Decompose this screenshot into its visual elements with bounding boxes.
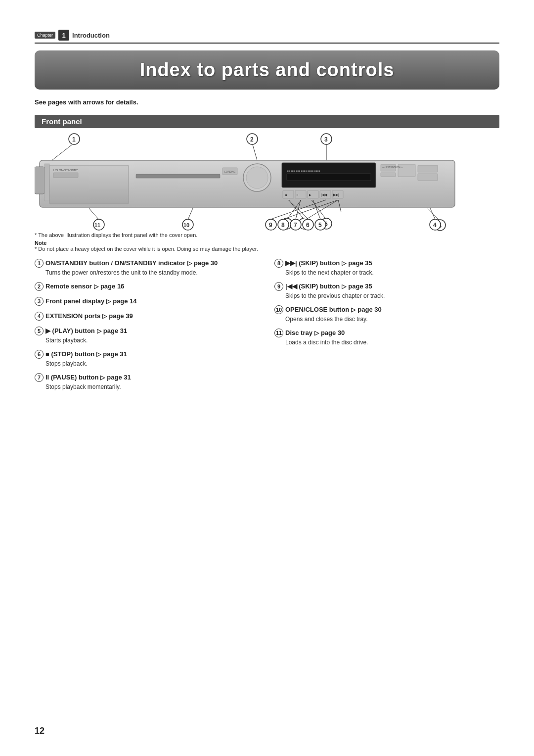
page-number: 12 <box>35 726 44 736</box>
num-circle-5: 5 <box>35 327 44 335</box>
desc-item-4: 4 EXTENSION ports ▷ page 39 <box>35 312 260 321</box>
item8-title: ▶▶| (SKIP) button <box>285 259 340 267</box>
desc-item-8: 8 ▶▶| (SKIP) button ▷ page 35 Skips to t… <box>274 259 499 276</box>
num-circle-10: 10 <box>274 305 283 314</box>
title-banner: Index to parts and controls <box>35 50 499 90</box>
chapter-bar: Chapter 1 Introduction <box>35 30 499 44</box>
item2-page: page 16 <box>100 283 124 290</box>
svg-text:10: 10 <box>183 222 189 228</box>
svg-line-33 <box>252 143 257 160</box>
desc-item-7: 7 II (PAUSE) button ▷ page 31 Stops play… <box>35 373 260 390</box>
item7-page: page 31 <box>107 374 131 381</box>
item5-page: page 31 <box>103 327 127 334</box>
svg-rect-1 <box>35 167 44 194</box>
section-header-label: Front panel <box>42 117 82 126</box>
desc-title-8: 8 ▶▶| (SKIP) button ▷ page 35 <box>274 259 499 268</box>
svg-line-77 <box>430 208 435 219</box>
chapter-label: Chapter <box>35 32 55 39</box>
chapter-number: 1 <box>58 30 69 41</box>
item5-title: ▶ (PLAY) button <box>45 327 95 334</box>
svg-rect-2 <box>44 164 49 201</box>
desc-item-2: 2 Remote sensor ▷ page 16 <box>35 282 260 291</box>
item1-page: page 30 <box>194 259 218 267</box>
item2-title: Remote sensor <box>45 283 92 290</box>
note-label: Note <box>35 240 499 246</box>
item7-title: II (PAUSE) button <box>45 374 98 381</box>
desc-item-6: 6 ■ (STOP) button ▷ page 31 Stops playba… <box>35 350 260 367</box>
item2-arrow: ▷ <box>94 283 98 290</box>
svg-text:9: 9 <box>269 222 272 229</box>
num-circle-8: 8 <box>274 259 283 268</box>
svg-point-10 <box>246 167 268 189</box>
desc-item-11: 11 Disc tray ▷ page 30 Loads a disc into… <box>274 329 499 346</box>
note-detail: * Do not place a heavy object on the cov… <box>35 246 499 252</box>
item9-body: Skips to the previous chapter or track. <box>274 292 499 299</box>
item4-title: EXTENSION ports <box>45 312 100 320</box>
svg-text:5: 5 <box>318 222 322 229</box>
item9-arrow: ▷ <box>342 283 346 290</box>
device-svg: L/N ON/STANDBY LOADING ■■ ■■■ ■■■ ■■■■ ■… <box>35 133 460 232</box>
device-illustration: L/N ON/STANDBY LOADING ■■ ■■■ ■■■ ■■■■ ■… <box>35 133 460 232</box>
item5-arrow: ▷ <box>97 328 101 334</box>
svg-text:4: 4 <box>433 222 437 229</box>
desc-col-left: 1 ON/STANDBY button / ON/STANDBY indicat… <box>35 259 260 396</box>
svg-text:3: 3 <box>324 136 328 143</box>
svg-rect-29 <box>418 174 438 181</box>
desc-title-11: 11 Disc tray ▷ page 30 <box>274 329 499 337</box>
svg-text:▶▶|: ▶▶| <box>333 193 339 197</box>
desc-title-7: 7 II (PAUSE) button ▷ page 31 <box>35 373 260 382</box>
item10-title: OPEN/CLOSE button <box>285 306 349 313</box>
page: Chapter 1 Introduction Index to parts an… <box>0 0 534 756</box>
desc-item-1: 1 ON/STANDBY button / ON/STANDBY indicat… <box>35 259 260 276</box>
item9-page: page 35 <box>348 283 372 290</box>
item8-body: Skips to the next chapter or track. <box>274 269 499 276</box>
num-circle-1: 1 <box>35 259 44 268</box>
desc-title-1: 1 ON/STANDBY button / ON/STANDBY indicat… <box>35 259 260 268</box>
svg-text:2: 2 <box>250 136 254 143</box>
desc-title-6: 6 ■ (STOP) button ▷ page 31 <box>35 350 260 359</box>
item9-title: |◀◀ (SKIP) button <box>285 283 340 290</box>
num-circle-2: 2 <box>35 282 44 291</box>
subtitle: See pages with arrows for details. <box>35 98 499 106</box>
item6-page: page 31 <box>103 350 127 358</box>
desc-item-9: 9 |◀◀ (SKIP) button ▷ page 35 Skips to t… <box>274 282 499 299</box>
section-header-front-panel: Front panel <box>35 115 499 128</box>
num-circle-6: 6 <box>35 350 44 359</box>
svg-text:an EXTENSION to: an EXTENSION to <box>382 166 403 169</box>
desc-title-5: 5 ▶ (PLAY) button ▷ page 31 <box>35 327 260 335</box>
svg-text:▶: ▶ <box>309 193 312 196</box>
desc-item-5: 5 ▶ (PLAY) button ▷ page 31 Starts playb… <box>35 327 260 344</box>
num-circle-9: 9 <box>274 282 283 291</box>
chapter-title: Introduction <box>72 32 110 39</box>
item6-arrow: ▷ <box>96 351 101 358</box>
desc-item-10: 10 OPEN/CLOSE button ▷ page 30 Opens and… <box>274 305 499 323</box>
num-circle-3: 3 <box>35 297 44 306</box>
svg-text:6: 6 <box>306 222 310 229</box>
svg-text:8: 8 <box>281 222 285 229</box>
note-illustration: * The above illustration displays the fr… <box>35 232 499 238</box>
item1-body: Turns the power on/restores the unit to … <box>35 269 260 276</box>
item6-title: ■ (STOP) button <box>45 350 94 358</box>
item7-body: Stops playback momentarily. <box>35 383 260 390</box>
desc-title-3: 3 Front panel display ▷ page 14 <box>35 297 260 306</box>
svg-rect-14 <box>283 190 294 198</box>
svg-rect-13 <box>287 174 371 181</box>
item3-title: Front panel display <box>45 297 104 305</box>
svg-rect-6 <box>136 174 220 178</box>
desc-title-10: 10 OPEN/CLOSE button ▷ page 30 <box>274 305 499 314</box>
item8-page: page 35 <box>348 259 372 267</box>
desc-title-4: 4 EXTENSION ports ▷ page 39 <box>35 312 260 321</box>
desc-col-right: 8 ▶▶| (SKIP) button ▷ page 35 Skips to t… <box>274 259 499 396</box>
item1-arrow: ▷ <box>187 260 192 267</box>
item10-page: page 30 <box>357 306 381 313</box>
svg-text:■■ ■■■ ■■■ ■■■■ ■■■■ ■■■■: ■■ ■■■ ■■■ ■■■■ ■■■■ ■■■■ <box>287 169 320 172</box>
item1-title: ON/STANDBY button / ON/STANDBY indicator <box>45 259 185 267</box>
svg-line-30 <box>52 143 74 160</box>
page-title: Index to parts and controls <box>54 59 480 81</box>
item3-page: page 14 <box>113 297 136 305</box>
item11-title: Disc tray <box>285 329 312 336</box>
svg-line-57 <box>188 208 193 220</box>
svg-rect-25 <box>381 173 396 177</box>
item11-body: Loads a disc into the disc drive. <box>274 339 499 346</box>
svg-text:LOADING: LOADING <box>224 170 236 173</box>
